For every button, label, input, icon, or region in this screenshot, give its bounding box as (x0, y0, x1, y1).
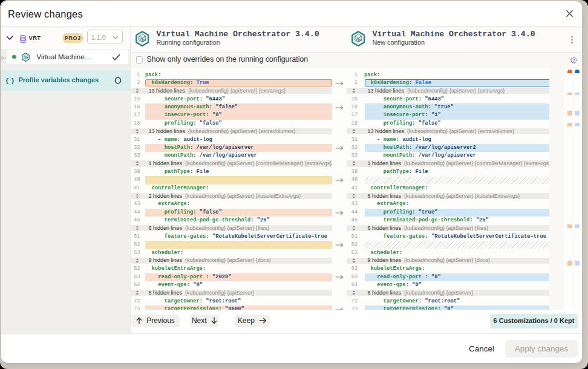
svg-text:V: V (355, 38, 358, 41)
svg-text:?: ? (573, 58, 575, 62)
svg-text:M: M (26, 57, 28, 59)
svg-text:M: M (143, 38, 146, 42)
svg-text:V: V (139, 38, 142, 41)
svg-text:M: M (359, 38, 362, 42)
